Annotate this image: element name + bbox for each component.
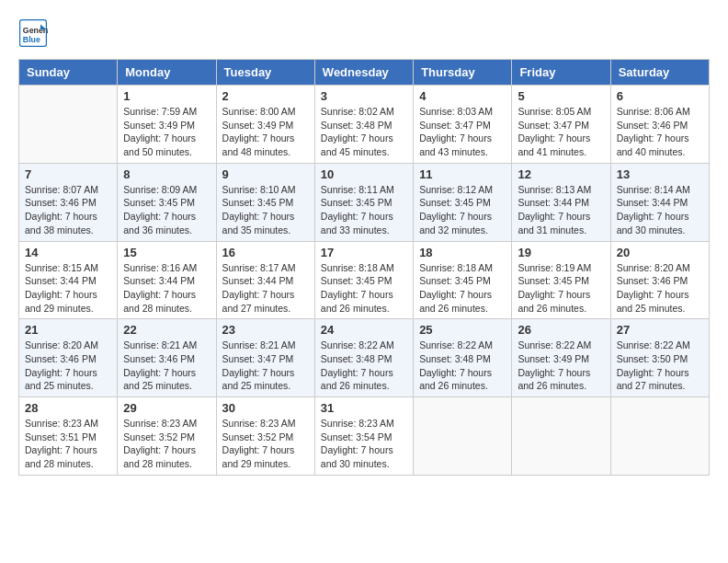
- day-info: Sunrise: 8:10 AMSunset: 3:45 PMDaylight:…: [222, 183, 309, 237]
- day-info: Sunrise: 8:23 AMSunset: 3:52 PMDaylight:…: [222, 417, 309, 471]
- day-info: Sunrise: 8:19 AMSunset: 3:45 PMDaylight:…: [518, 261, 604, 316]
- day-number: 11: [419, 167, 506, 181]
- day-info: Sunrise: 8:20 AMSunset: 3:46 PMDaylight:…: [25, 339, 111, 393]
- calendar-cell: 23Sunrise: 8:21 AMSunset: 3:47 PMDayligh…: [216, 319, 314, 397]
- calendar-cell: 26Sunrise: 8:22 AMSunset: 3:49 PMDayligh…: [512, 319, 610, 397]
- calendar-cell: [19, 86, 118, 164]
- day-number: 8: [123, 167, 210, 181]
- calendar-cell: 29Sunrise: 8:23 AMSunset: 3:52 PMDayligh…: [118, 397, 216, 476]
- day-info: Sunrise: 8:03 AMSunset: 3:47 PMDaylight:…: [419, 105, 506, 159]
- day-number: 15: [123, 246, 210, 259]
- day-number: 24: [321, 323, 407, 337]
- weekday-header-saturday: Saturday: [610, 60, 709, 86]
- calendar-cell: [610, 397, 709, 476]
- calendar-cell: 28Sunrise: 8:23 AMSunset: 3:51 PMDayligh…: [19, 397, 118, 476]
- day-number: 18: [419, 246, 506, 259]
- day-number: 7: [25, 167, 111, 181]
- day-number: 20: [617, 246, 703, 259]
- calendar-cell: 25Sunrise: 8:22 AMSunset: 3:48 PMDayligh…: [414, 319, 512, 397]
- calendar-cell: 30Sunrise: 8:23 AMSunset: 3:52 PMDayligh…: [216, 397, 314, 476]
- calendar-cell: 13Sunrise: 8:14 AMSunset: 3:44 PMDayligh…: [610, 163, 709, 241]
- weekday-header-thursday: Thursday: [414, 60, 512, 86]
- day-info: Sunrise: 8:16 AMSunset: 3:44 PMDaylight:…: [123, 261, 210, 316]
- day-info: Sunrise: 8:05 AMSunset: 3:47 PMDaylight:…: [518, 105, 604, 159]
- day-info: Sunrise: 8:21 AMSunset: 3:47 PMDaylight:…: [222, 339, 309, 393]
- day-number: 13: [617, 167, 703, 181]
- calendar-cell: 16Sunrise: 8:17 AMSunset: 3:44 PMDayligh…: [216, 241, 314, 319]
- day-number: 10: [321, 167, 407, 181]
- day-info: Sunrise: 8:02 AMSunset: 3:48 PMDaylight:…: [321, 105, 407, 159]
- day-info: Sunrise: 8:15 AMSunset: 3:44 PMDaylight:…: [25, 261, 111, 316]
- day-number: 9: [222, 167, 309, 181]
- calendar-cell: 2Sunrise: 8:00 AMSunset: 3:49 PMDaylight…: [216, 86, 314, 164]
- calendar-cell: 6Sunrise: 8:06 AMSunset: 3:46 PMDaylight…: [610, 86, 709, 164]
- day-number: 26: [518, 323, 604, 337]
- day-number: 4: [419, 89, 506, 103]
- calendar-cell: 1Sunrise: 7:59 AMSunset: 3:49 PMDaylight…: [118, 86, 216, 164]
- calendar-cell: 18Sunrise: 8:18 AMSunset: 3:45 PMDayligh…: [414, 241, 512, 319]
- day-info: Sunrise: 8:18 AMSunset: 3:45 PMDaylight:…: [321, 261, 407, 316]
- day-info: Sunrise: 8:22 AMSunset: 3:50 PMDaylight:…: [617, 339, 703, 393]
- day-number: 14: [25, 246, 111, 259]
- calendar-cell: 3Sunrise: 8:02 AMSunset: 3:48 PMDaylight…: [314, 86, 413, 164]
- calendar-cell: 5Sunrise: 8:05 AMSunset: 3:47 PMDaylight…: [512, 86, 610, 164]
- calendar-cell: [512, 397, 610, 476]
- weekday-header-friday: Friday: [512, 60, 610, 86]
- calendar-cell: 27Sunrise: 8:22 AMSunset: 3:50 PMDayligh…: [610, 319, 709, 397]
- day-info: Sunrise: 7:59 AMSunset: 3:49 PMDaylight:…: [123, 105, 210, 159]
- calendar-cell: 22Sunrise: 8:21 AMSunset: 3:46 PMDayligh…: [118, 319, 216, 397]
- calendar-cell: 31Sunrise: 8:23 AMSunset: 3:54 PMDayligh…: [314, 397, 413, 476]
- svg-text:General: General: [23, 26, 48, 35]
- day-info: Sunrise: 8:23 AMSunset: 3:52 PMDaylight:…: [123, 417, 210, 471]
- weekday-header-wednesday: Wednesday: [314, 60, 413, 86]
- calendar-cell: 10Sunrise: 8:11 AMSunset: 3:45 PMDayligh…: [314, 163, 413, 241]
- day-number: 3: [321, 89, 407, 103]
- day-number: 19: [518, 246, 604, 259]
- calendar-cell: 17Sunrise: 8:18 AMSunset: 3:45 PMDayligh…: [314, 241, 413, 319]
- weekday-header-sunday: Sunday: [19, 60, 118, 86]
- day-number: 5: [518, 89, 604, 103]
- calendar-cell: 20Sunrise: 8:20 AMSunset: 3:46 PMDayligh…: [610, 241, 709, 319]
- day-info: Sunrise: 8:06 AMSunset: 3:46 PMDaylight:…: [617, 105, 703, 159]
- calendar-cell: 14Sunrise: 8:15 AMSunset: 3:44 PMDayligh…: [19, 241, 118, 319]
- day-info: Sunrise: 8:20 AMSunset: 3:46 PMDaylight:…: [617, 261, 703, 316]
- day-info: Sunrise: 8:11 AMSunset: 3:45 PMDaylight:…: [321, 183, 407, 237]
- calendar-cell: [414, 397, 512, 476]
- day-number: 23: [222, 323, 309, 337]
- calendar-cell: 7Sunrise: 8:07 AMSunset: 3:46 PMDaylight…: [19, 163, 118, 241]
- day-number: 6: [617, 89, 703, 103]
- day-info: Sunrise: 8:22 AMSunset: 3:48 PMDaylight:…: [419, 339, 506, 393]
- logo-icon: General Blue: [18, 18, 48, 48]
- day-number: 12: [518, 167, 604, 181]
- day-info: Sunrise: 8:00 AMSunset: 3:49 PMDaylight:…: [222, 105, 309, 159]
- calendar-cell: 19Sunrise: 8:19 AMSunset: 3:45 PMDayligh…: [512, 241, 610, 319]
- day-number: 28: [25, 401, 111, 415]
- day-number: 16: [222, 246, 309, 259]
- calendar-cell: 15Sunrise: 8:16 AMSunset: 3:44 PMDayligh…: [118, 241, 216, 319]
- logo: General Blue: [18, 18, 51, 48]
- svg-text:Blue: Blue: [23, 35, 40, 44]
- calendar-cell: 9Sunrise: 8:10 AMSunset: 3:45 PMDaylight…: [216, 163, 314, 241]
- day-info: Sunrise: 8:22 AMSunset: 3:49 PMDaylight:…: [518, 339, 604, 393]
- day-number: 25: [419, 323, 506, 337]
- calendar-cell: 11Sunrise: 8:12 AMSunset: 3:45 PMDayligh…: [414, 163, 512, 241]
- day-info: Sunrise: 8:17 AMSunset: 3:44 PMDaylight:…: [222, 261, 309, 316]
- day-number: 31: [321, 401, 407, 415]
- day-number: 29: [123, 401, 210, 415]
- day-info: Sunrise: 8:14 AMSunset: 3:44 PMDaylight:…: [617, 183, 703, 237]
- calendar-table: SundayMondayTuesdayWednesdayThursdayFrid…: [18, 59, 710, 476]
- day-number: 27: [617, 323, 703, 337]
- day-number: 22: [123, 323, 210, 337]
- weekday-header-tuesday: Tuesday: [216, 60, 314, 86]
- day-info: Sunrise: 8:23 AMSunset: 3:54 PMDaylight:…: [321, 417, 407, 471]
- day-info: Sunrise: 8:22 AMSunset: 3:48 PMDaylight:…: [321, 339, 407, 393]
- day-info: Sunrise: 8:18 AMSunset: 3:45 PMDaylight:…: [419, 261, 506, 316]
- day-info: Sunrise: 8:13 AMSunset: 3:44 PMDaylight:…: [518, 183, 604, 237]
- day-info: Sunrise: 8:23 AMSunset: 3:51 PMDaylight:…: [25, 417, 111, 471]
- calendar-cell: 8Sunrise: 8:09 AMSunset: 3:45 PMDaylight…: [118, 163, 216, 241]
- weekday-header-monday: Monday: [118, 60, 216, 86]
- day-number: 2: [222, 89, 309, 103]
- day-info: Sunrise: 8:21 AMSunset: 3:46 PMDaylight:…: [123, 339, 210, 393]
- day-number: 17: [321, 246, 407, 259]
- calendar-cell: 12Sunrise: 8:13 AMSunset: 3:44 PMDayligh…: [512, 163, 610, 241]
